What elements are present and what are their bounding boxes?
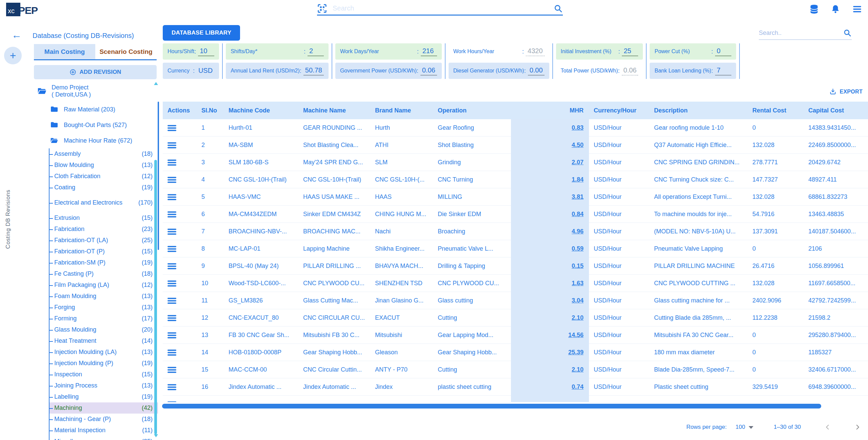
row-actions-icon[interactable] [167,211,176,217]
row-actions-icon[interactable] [167,401,176,402]
cell-mhr-link[interactable]: 3.04 [572,297,584,304]
parameter-field[interactable]: Hours/Shift : 10 [163,43,219,60]
tree-process-item[interactable]: Inspection (15) [50,369,158,380]
parameter-field[interactable]: Currency : USD [163,63,219,79]
tree-process-item[interactable]: Foam Moulding (13) [50,291,158,302]
cell-mhr-link[interactable]: 4.50 [572,142,584,149]
export-button[interactable]: EXPORT [829,88,863,95]
row-actions-icon[interactable] [167,125,176,131]
tree-process-item[interactable]: Cloth Fabrication (12) [50,171,158,182]
tree-process-item[interactable]: Extrusion (15) [50,212,158,224]
add-button[interactable]: + [4,47,22,64]
parameter-value[interactable]: 7 [715,66,731,76]
cell-mhr-link[interactable]: 25.39 [568,349,584,356]
row-actions-icon[interactable] [167,142,176,148]
row-actions-icon[interactable] [167,315,176,321]
database-library-button[interactable]: DATABASE LIBRARY [163,25,240,41]
previous-page-button[interactable] [825,424,831,430]
tab-main-costing[interactable]: Main Costing [34,44,95,59]
parameter-field[interactable]: Total Power (USD/kWh) : 0.06 [556,63,643,79]
tree-project[interactable]: Demo Project ( Detroit,USA ) [34,81,158,102]
row-actions-icon[interactable] [167,229,176,235]
tree-process-item[interactable]: Joining Process (13) [50,380,158,391]
tree-process-item[interactable]: Fe Casting (P) (18) [50,268,158,279]
row-actions-icon[interactable] [167,194,176,200]
cell-mhr-link[interactable]: 1.63 [572,280,584,287]
global-search-input[interactable] [333,4,548,12]
row-actions-icon[interactable] [167,350,176,356]
panel-divider-scrollbar[interactable] [158,102,159,250]
tree-process-item[interactable]: Blow Moulding (13) [50,160,158,171]
table-search-input[interactable] [759,29,843,37]
add-revision-button[interactable]: ADD REVISION [34,65,157,79]
tree-process-item[interactable]: Fabrication-SM (P) (19) [50,257,158,268]
tree-process-item[interactable]: Glass Moulding (20) [50,324,158,335]
cell-mhr-link[interactable]: 2.10 [572,366,584,373]
cell-mhr-link[interactable]: 0.83 [572,124,584,131]
parameter-field[interactable]: Shifts/Day* : 2 [226,43,329,60]
tree-process-item[interactable]: Heat Treatment (14) [50,335,158,347]
search-icon[interactable] [843,28,852,37]
row-actions-icon[interactable] [167,177,176,183]
tree-process-item[interactable]: Film Packaging (LA) (12) [50,279,158,291]
tree-folder[interactable]: Bought-Out Parts (527) [34,117,158,133]
rows-per-page-select[interactable]: 100 [735,424,753,431]
parameter-value[interactable]: 25 [622,47,638,56]
tree-process-item[interactable]: Injection Moulding (LA) (13) [50,347,158,358]
table-horizontal-scrollbar[interactable] [162,404,821,408]
row-actions-icon[interactable] [167,160,176,166]
row-actions-icon[interactable] [167,332,176,338]
parameter-value[interactable]: 2 [308,47,324,56]
cell-mhr-link[interactable]: 3.81 [572,193,584,201]
back-arrow-icon[interactable]: ← [12,29,22,41]
tree-scroll-up-arrow[interactable] [154,82,158,85]
tab-scenario-costing[interactable]: Scenario Costing [95,44,157,59]
cell-mhr-link[interactable]: 2.07 [572,159,584,166]
parameter-value[interactable]: 0.06 [622,66,638,76]
tree-process-item[interactable]: Forming (17) [50,313,158,324]
cell-mhr-link[interactable]: 0.84 [572,211,584,218]
tree-process-item[interactable]: Coating (19) [50,182,158,193]
tree-scroll-down-arrow[interactable] [154,434,158,437]
cell-mhr-link[interactable]: 0.59 [572,245,584,252]
tree-process-item[interactable]: Labelling (19) [50,391,158,402]
tree-scrollbar[interactable] [154,160,157,434]
tree-process-item[interactable]: Assembly (18) [50,148,158,160]
row-actions-icon[interactable] [167,298,176,304]
tree-process-item[interactable]: Injection Moulding (P) (19) [50,358,158,369]
parameter-field[interactable]: Annual Land Rent (USD/m2) : 50.78 [226,63,329,79]
tree-process-item[interactable]: Material Inspection (11) [50,425,158,436]
cell-mhr-link[interactable]: 2.10 [572,314,584,321]
tree-process-item[interactable]: Electrical and Electronics (170) [50,193,158,212]
parameter-value[interactable]: 4320 [526,47,545,56]
tree-process-item[interactable]: Fabrication-OT (P) (15) [50,246,158,257]
parameter-value[interactable]: 0 [715,47,731,56]
cell-mhr-link[interactable]: 4.96 [572,228,584,235]
parameter-field[interactable]: Initial Investment (%) : 25 [556,43,643,60]
cell-mhr-link[interactable]: 0.74 [572,383,584,391]
parameter-field[interactable]: Work Hours/Year : 4320 [449,43,549,60]
parameter-field[interactable]: Diesel Generator (USD/KWh) : 0.00 [449,63,549,79]
search-icon[interactable] [553,4,563,13]
parameter-value[interactable]: 0.06 [420,66,437,76]
parameter-field[interactable]: Work Days/Year : 216 [335,43,442,60]
tree-process-item[interactable]: Machining - Gear (P) (18) [50,414,158,425]
parameter-field[interactable]: Bank Loan Lending (%) : 7 [650,63,736,79]
cell-mhr-link[interactable]: 14.56 [568,332,584,339]
database-icon[interactable] [809,4,819,14]
notifications-bell-icon[interactable] [831,4,840,14]
next-page-button[interactable] [854,424,861,430]
cell-mhr-link[interactable]: 0.15 [572,263,584,270]
hamburger-menu-icon[interactable] [852,4,863,14]
row-actions-icon[interactable] [167,367,176,373]
row-actions-icon[interactable] [167,384,176,390]
qr-scan-icon[interactable] [317,3,327,14]
parameter-value[interactable]: USD [197,67,214,75]
parameter-value[interactable]: 50.78 [303,66,324,76]
tree-process-item[interactable]: Machining (42) [50,402,158,414]
parameter-value[interactable]: 216 [421,47,437,56]
cell-mhr-link[interactable]: 1.84 [572,176,584,183]
parameter-field[interactable]: Government Power (USD/KWh) : 0.06 [335,63,442,79]
tree-folder[interactable]: Machine Hour Rate (672) [34,133,158,148]
tree-process-item[interactable]: Fabrication (23) [50,224,158,235]
